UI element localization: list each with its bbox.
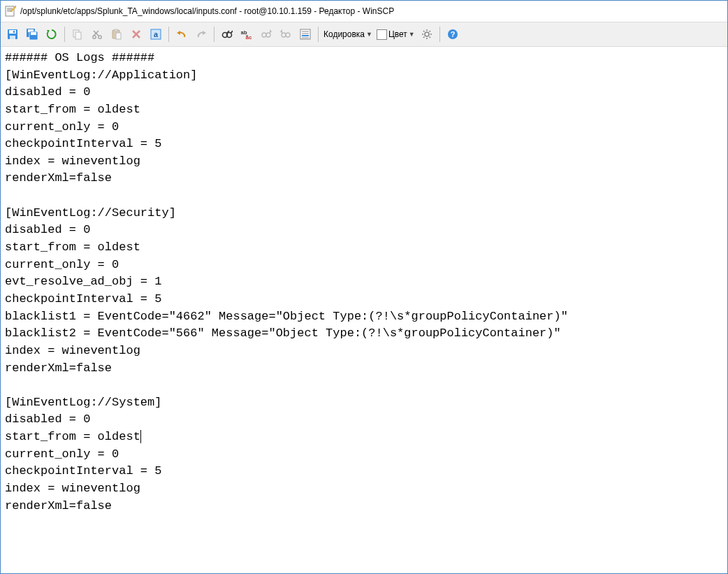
svg-point-36 xyxy=(262,33,266,37)
svg-line-33 xyxy=(231,31,233,34)
separator xyxy=(214,27,214,42)
svg-line-53 xyxy=(429,37,430,38)
editor-window: /opt/splunk/etc/apps/Splunk_TA_windows/l… xyxy=(0,0,728,574)
goto-line-button[interactable] xyxy=(296,25,314,43)
separator xyxy=(318,27,319,42)
svg-line-54 xyxy=(423,37,425,38)
svg-rect-13 xyxy=(31,32,36,35)
svg-point-40 xyxy=(286,33,290,37)
delete-button[interactable] xyxy=(127,25,145,43)
paste-button[interactable] xyxy=(108,25,126,43)
select-all-button[interactable]: a xyxy=(147,25,165,43)
chevron-down-icon: ▼ xyxy=(366,31,372,38)
settings-button[interactable] xyxy=(418,25,436,43)
separator xyxy=(64,27,65,42)
find-prev-button[interactable] xyxy=(277,25,295,43)
encoding-dropdown[interactable]: Кодировка ▼ xyxy=(322,26,374,43)
save-all-button[interactable] xyxy=(23,25,41,43)
svg-point-47 xyxy=(425,32,429,36)
svg-rect-5 xyxy=(15,6,17,7)
reload-button[interactable] xyxy=(43,25,61,43)
titlebar: /opt/splunk/etc/apps/Splunk_TA_windows/l… xyxy=(1,1,727,22)
separator xyxy=(439,27,440,42)
svg-point-37 xyxy=(266,33,270,37)
encoding-label: Кодировка xyxy=(323,29,365,39)
color-checkbox[interactable] xyxy=(377,29,387,40)
svg-marker-28 xyxy=(177,31,180,35)
svg-line-55 xyxy=(429,31,430,32)
text-editor[interactable]: ###### OS Logs ###### [WinEventLog://App… xyxy=(1,47,727,573)
save-button[interactable] xyxy=(3,25,22,43)
svg-line-52 xyxy=(423,31,425,32)
svg-marker-41 xyxy=(280,29,282,34)
svg-text:a: a xyxy=(154,30,159,38)
chevron-down-icon: ▼ xyxy=(409,31,415,38)
redo-button[interactable] xyxy=(192,25,210,43)
color-dropdown[interactable]: Цвет ▼ xyxy=(375,26,416,43)
undo-button[interactable] xyxy=(173,25,191,43)
svg-rect-7 xyxy=(9,30,16,34)
svg-rect-8 xyxy=(10,36,15,39)
svg-text:?: ? xyxy=(450,30,455,38)
separator xyxy=(168,27,169,42)
app-icon xyxy=(5,6,16,17)
svg-marker-38 xyxy=(270,29,272,34)
color-label: Цвет xyxy=(388,29,407,39)
help-button[interactable]: ? xyxy=(444,25,462,43)
svg-point-20 xyxy=(99,36,101,38)
find-next-button[interactable] xyxy=(257,25,275,43)
find-button[interactable] xyxy=(218,25,236,43)
svg-text:ac: ac xyxy=(246,34,252,40)
svg-rect-23 xyxy=(116,33,121,39)
svg-marker-29 xyxy=(203,31,206,35)
svg-rect-16 xyxy=(75,32,81,39)
window-title: /opt/splunk/etc/apps/Splunk_TA_windows/l… xyxy=(20,6,394,16)
cut-button[interactable] xyxy=(88,25,106,43)
replace-button[interactable]: ab ac xyxy=(238,25,256,43)
svg-point-19 xyxy=(93,36,96,38)
svg-point-39 xyxy=(282,33,286,37)
copy-button[interactable] xyxy=(68,25,87,43)
svg-rect-9 xyxy=(13,31,15,33)
svg-rect-22 xyxy=(115,29,117,31)
toolbar: a ab xyxy=(1,22,727,47)
